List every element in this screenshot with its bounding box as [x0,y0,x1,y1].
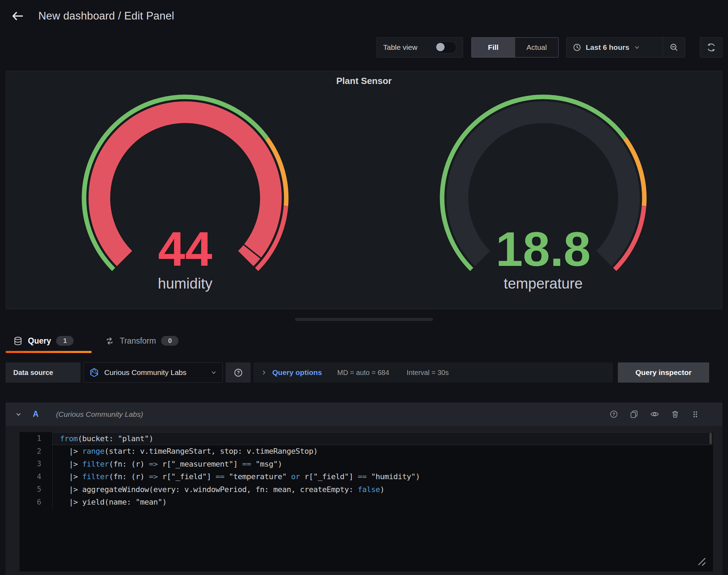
gauge-svg-humidity: 44humidity [77,93,293,302]
query-ref-id[interactable]: A [33,409,39,419]
flux-query-editor[interactable]: 1from(bucket: "plant")2 |> range(start: … [20,432,713,572]
plant-sensor-panel: Plant Sensor 44humidity 18.8temperature [6,71,722,309]
datasource-help-button[interactable]: ? [226,362,251,383]
datasource-label: Data source [6,362,81,383]
datasource-row: Data source Curious Community Labs ? Que… [6,362,722,383]
query-options-label: Query options [272,368,322,377]
magnifier-minus-icon [669,43,678,52]
panel-title: Plant Sensor [6,76,722,86]
table-view-toggle[interactable] [435,41,456,53]
influxdb-datasource-icon [89,368,99,377]
code-line[interactable]: 4 |> filter(fn: (r) => r["_field"] == "t… [20,470,713,483]
zoom-out-time-button[interactable] [663,38,685,57]
database-icon [13,336,23,346]
code-line[interactable]: 2 |> range(start: v.timeRangeStart, stop… [20,445,713,458]
max-data-points-value: MD = auto = 684 [337,369,389,377]
drag-query-handle[interactable] [691,410,699,419]
refresh-button[interactable] [700,37,722,58]
time-range-label: Last 6 hours [586,43,629,52]
panel-resize-handle[interactable] [295,318,433,321]
gauge-temperature: 18.8temperature [364,86,722,309]
tab-transform-label: Transform [120,336,156,346]
gauges-container: 44humidity 18.8temperature [6,86,722,309]
time-range-button[interactable]: Last 6 hours [567,38,663,57]
gauge-value: 44 [158,222,212,276]
chevron-right-icon [261,370,267,375]
code-text: |> range(start: v.timeRangeStart, stop: … [41,447,318,455]
arrow-left-icon [10,10,24,22]
code-line[interactable]: 3 |> filter(fn: (r) => r["_measurement"]… [20,458,713,470]
fill-option[interactable]: Fill [472,38,515,57]
actual-option[interactable]: Actual [515,38,559,57]
collapse-chevron-icon[interactable] [15,411,22,418]
line-number: 5 [20,485,41,493]
chevron-down-icon [211,369,217,376]
code-text: |> aggregateWindow(every: v.windowPeriod… [41,485,384,494]
chevron-down-icon [634,44,640,51]
copy-icon [630,410,638,419]
query-help-button[interactable]: ? [609,410,618,419]
help-circle-icon: ? [234,368,243,377]
page-title: New dashboard / Edit Panel [38,10,174,22]
tab-query-label: Query [28,336,51,346]
table-view-control: Table view [377,37,463,58]
line-number: 2 [20,447,41,455]
query-count-badge: 1 [56,336,74,346]
editor-tabs: Query 1 Transform 0 [6,330,179,351]
gauge-value: 18.8 [495,222,590,276]
code-line[interactable]: 1from(bucket: "plant") [20,432,713,445]
line-number: 1 [20,434,41,443]
active-tab-indicator [6,351,92,353]
code-lines: 1from(bucket: "plant")2 |> range(start: … [20,432,713,508]
back-button[interactable] [9,8,26,24]
delete-query-button[interactable] [671,410,680,419]
help-circle-icon: ? [609,410,618,419]
line-number: 3 [20,460,41,468]
table-view-label: Table view [383,43,417,52]
interval-value: Interval = 30s [407,369,449,377]
eye-icon [650,409,659,419]
clock-icon [573,43,581,52]
trash-icon [671,410,680,419]
duplicate-query-button[interactable] [630,410,638,419]
code-line[interactable]: 6 |> yield(name: "mean") [20,496,713,509]
datasource-picker[interactable]: Curious Community Labs [83,362,223,383]
code-text: from(bucket: "plant") [41,434,153,443]
fill-actual-segmented-control: Fill Actual [471,37,559,58]
editor-resize-corner[interactable] [697,558,707,567]
refresh-icon [706,42,716,53]
transform-count-badge: 0 [161,336,179,346]
toggle-knob [436,43,445,51]
grip-dots-icon [691,410,699,419]
query-row-actions: ? [609,409,699,419]
toggle-query-visibility-button[interactable] [650,409,659,419]
datasource-name: Curious Community Labs [104,368,187,377]
overview-ruler-mark [710,433,712,444]
tab-transform[interactable]: Transform 0 [105,336,179,346]
code-text: |> yield(name: "mean") [41,498,167,506]
gauge-label: temperature [503,275,582,292]
code-text: |> filter(fn: (r) => r["_field"] == "tem… [41,472,420,481]
time-range-control: Last 6 hours [566,37,685,58]
svg-text:?: ? [237,370,240,375]
query-row-a: A (Curious Community Labs) ? [6,402,722,575]
gauge-svg-temperature: 18.8temperature [435,93,651,302]
line-number: 4 [20,473,41,481]
query-options-section[interactable]: Query options MD = auto = 684 Interval =… [253,362,613,383]
code-line[interactable]: 5 |> aggregateWindow(every: v.windowPeri… [20,483,713,496]
query-row-header[interactable]: A (Curious Community Labs) ? [6,402,722,426]
gauge-humidity: 44humidity [6,86,364,309]
tab-query[interactable]: Query 1 [13,336,74,346]
query-inspector-button[interactable]: Query inspector [618,362,709,383]
transform-icon [105,336,114,346]
query-datasource-hint: (Curious Community Labs) [56,410,143,419]
code-text: |> filter(fn: (r) => r["_measurement"] =… [41,460,282,468]
grafana-edit-panel-page: New dashboard / Edit Panel Table view Fi… [0,0,728,575]
gauge-label: humidity [158,275,212,292]
svg-text:?: ? [613,412,615,417]
line-number: 6 [20,498,41,506]
